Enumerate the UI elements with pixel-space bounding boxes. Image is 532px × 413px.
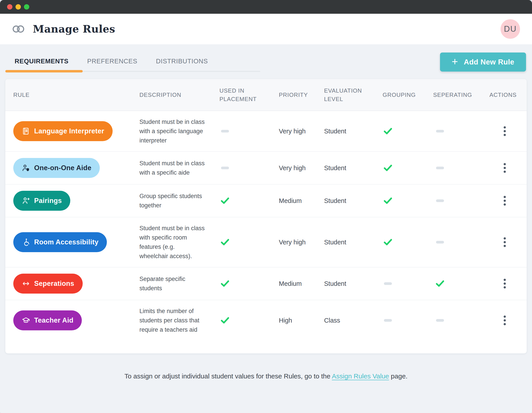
rule-pill[interactable]: Room Accessibility xyxy=(13,232,107,252)
column-header-priority: PRIORITY xyxy=(245,91,311,99)
used-in-placement-flag xyxy=(205,130,245,132)
row-actions-kebab-icon[interactable] xyxy=(502,235,508,249)
column-header-description: DESCRIPTION xyxy=(134,91,205,99)
add-new-rule-button[interactable]: + Add New Rule xyxy=(440,53,526,72)
close-window-icon[interactable] xyxy=(7,4,12,9)
tab-track xyxy=(83,71,260,72)
zoom-window-icon[interactable] xyxy=(24,4,29,9)
column-header-actions: ACTIONS xyxy=(473,91,527,99)
priority-value: Very high xyxy=(245,128,311,135)
evaluation-level-value: Student xyxy=(311,164,369,172)
rule-pill-label: One-on-One Aide xyxy=(34,164,91,172)
row-actions-kebab-icon[interactable] xyxy=(502,314,508,327)
column-header-evaluation-level: EVALUATION LEVEL xyxy=(311,86,369,103)
arrows-left-right-icon xyxy=(22,279,30,288)
add-new-rule-label: Add New Rule xyxy=(464,58,514,66)
grouping-flag xyxy=(369,164,407,171)
tab-preferences[interactable]: PREFERENCES xyxy=(78,56,147,66)
dash-icon xyxy=(221,167,229,169)
used-in-placement-flag xyxy=(205,167,245,169)
dash-icon xyxy=(384,319,392,322)
table-row: Language Interpreter Student must be in … xyxy=(5,111,527,151)
priority-value: Medium xyxy=(245,280,311,287)
seperating-flag xyxy=(407,167,473,169)
user-shield-icon xyxy=(22,164,30,172)
grouping-flag xyxy=(369,239,407,246)
seperating-flag xyxy=(407,280,473,287)
wheelchair-icon xyxy=(22,238,30,246)
used-in-placement-flag xyxy=(205,239,245,246)
rule-description: Student must be in class with specific r… xyxy=(134,224,205,261)
user-plus-icon xyxy=(22,197,30,205)
rule-pill-label: Pairings xyxy=(34,197,62,205)
check-icon xyxy=(383,197,392,204)
rule-pill[interactable]: Seperations xyxy=(13,274,83,294)
column-header-used-in-placement: USED IN PLACEMENT xyxy=(205,86,245,103)
active-tab-indicator xyxy=(5,70,83,73)
seperating-flag xyxy=(407,241,473,244)
row-actions-kebab-icon[interactable] xyxy=(502,124,508,138)
dash-icon xyxy=(436,241,444,244)
grouping-flag xyxy=(369,197,407,204)
table-row: Seperations Separate specific students M… xyxy=(5,267,527,300)
row-actions-kebab-icon[interactable] xyxy=(502,277,508,290)
grouping-flag xyxy=(369,282,407,285)
rule-pill-label: Language Interpreter xyxy=(34,127,104,135)
assign-rules-value-link[interactable]: Assign Rules Value xyxy=(332,372,389,380)
dash-icon xyxy=(436,199,444,202)
check-icon xyxy=(383,239,392,246)
used-in-placement-flag xyxy=(205,317,245,324)
app-header: Manage Rules DU xyxy=(0,14,532,44)
evaluation-level-value: Student xyxy=(311,239,369,246)
dash-icon xyxy=(436,167,444,169)
evaluation-level-value: Student xyxy=(311,197,369,205)
priority-value: High xyxy=(245,317,311,324)
graduation-cap-icon xyxy=(22,316,30,325)
tab-requirements[interactable]: REQUIREMENTS xyxy=(5,56,78,66)
column-header-rule: RULE xyxy=(5,91,134,99)
priority-value: Very high xyxy=(245,239,311,246)
table-header-row: RULE DESCRIPTION USED IN PLACEMENT PRIOR… xyxy=(5,79,527,111)
priority-value: Very high xyxy=(245,164,311,172)
rule-pill[interactable]: Pairings xyxy=(13,191,70,211)
row-actions-kebab-icon[interactable] xyxy=(502,161,508,175)
rule-description: Student must be in class with a specific… xyxy=(134,159,205,177)
column-header-seperating: SEPERATING xyxy=(407,91,473,99)
rule-description: Separate specific students xyxy=(134,274,205,293)
rule-pill[interactable]: Language Interpreter xyxy=(13,121,113,141)
seperating-flag xyxy=(407,319,473,322)
check-icon xyxy=(220,239,229,246)
seperating-flag xyxy=(407,199,473,202)
seperating-flag xyxy=(407,130,473,132)
used-in-placement-flag xyxy=(205,280,245,287)
tab-underline xyxy=(5,70,260,73)
macos-titlebar xyxy=(0,0,532,14)
used-in-placement-flag xyxy=(205,197,245,204)
app-logo-icon xyxy=(12,23,24,35)
minimize-window-icon[interactable] xyxy=(16,4,21,9)
user-avatar[interactable]: DU xyxy=(501,19,520,39)
rule-description: Limits the number of students per class … xyxy=(134,306,205,334)
rule-pill[interactable]: Teacher Aid xyxy=(13,310,82,330)
page-title: Manage Rules xyxy=(33,23,115,35)
rule-pill-label: Teacher Aid xyxy=(34,316,73,324)
footer-note: To assign or adjust individual student v… xyxy=(0,372,532,380)
check-icon xyxy=(220,197,229,204)
rules-table-card: RULE DESCRIPTION USED IN PLACEMENT PRIOR… xyxy=(5,79,527,353)
check-icon xyxy=(436,280,445,287)
rule-pill-label: Seperations xyxy=(34,280,74,288)
row-actions-kebab-icon[interactable] xyxy=(502,194,508,207)
table-row: Room Accessibility Student must be in cl… xyxy=(5,217,527,267)
app-window: Manage Rules DU REQUIREMENTS PREFERENCES… xyxy=(0,0,532,413)
table-body: Language Interpreter Student must be in … xyxy=(5,111,527,340)
column-header-grouping: GROUPING xyxy=(369,91,407,99)
dash-icon xyxy=(436,130,444,132)
rule-pill[interactable]: One-on-One Aide xyxy=(13,158,100,178)
table-row: Teacher Aid Limits the number of student… xyxy=(5,300,527,340)
footer-text-before: To assign or adjust individual student v… xyxy=(124,372,332,380)
dash-icon xyxy=(384,282,392,285)
plus-icon: + xyxy=(452,56,458,67)
evaluation-level-value: Student xyxy=(311,280,369,287)
table-row: One-on-One Aide Student must be in class… xyxy=(5,151,527,184)
tab-distributions[interactable]: DISTRIBUTIONS xyxy=(147,56,217,66)
